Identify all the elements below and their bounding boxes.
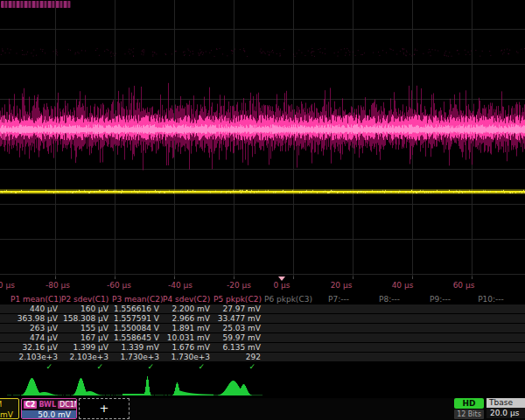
axis-tick bbox=[174, 276, 175, 279]
status-check-icon: ✓ bbox=[61, 362, 112, 371]
measure-value-cell: 33.477 mV bbox=[214, 314, 264, 323]
axis-tick bbox=[234, 276, 234, 279]
measure-value-cell bbox=[467, 333, 518, 342]
channel-c1-descriptor[interactable]: C1 DC1M 10.0 mV bbox=[0, 398, 19, 419]
measure-value-cell bbox=[467, 343, 518, 352]
axis-tick bbox=[353, 276, 354, 279]
measure-value-cell: 2.200 mV bbox=[163, 304, 214, 313]
status-check-icon: ✓ bbox=[214, 362, 264, 371]
measure-stats-row: 363.98 µV158.308 µV1.557591 V2.966 mV33.… bbox=[0, 314, 525, 323]
measure-param-header[interactable]: P6 pkpk(C3) bbox=[264, 295, 315, 304]
time-axis-label: 40 µs bbox=[392, 281, 414, 290]
measure-value-cell: 160 µV bbox=[61, 304, 112, 313]
time-axis-label: -40 µs bbox=[168, 281, 192, 290]
measure-value-cell bbox=[467, 324, 518, 332]
measure-value-cell: 1.891 mV bbox=[163, 324, 214, 332]
measure-param-header[interactable]: P3 mean(C2) bbox=[112, 295, 163, 304]
axis-tick bbox=[412, 276, 413, 279]
measure-value-cell: 6.135 mV bbox=[214, 343, 264, 352]
measure-param-header[interactable]: P5 pkpk(C2) bbox=[214, 295, 264, 304]
axis-tick bbox=[472, 276, 472, 279]
measure-value-cell: 59.97 mV bbox=[214, 333, 264, 342]
measure-value-cell bbox=[366, 343, 416, 352]
measure-value-cell bbox=[264, 343, 315, 352]
axis-tick bbox=[55, 276, 56, 279]
measure-value-cell bbox=[366, 324, 416, 332]
c2-channel-badge: C2 bbox=[24, 401, 37, 409]
measure-value-cell bbox=[416, 324, 467, 332]
measure-value-cell: 1.730e+3 bbox=[163, 353, 214, 361]
channel-c2-descriptor[interactable]: C2 BWL DC1M 50.0 mV bbox=[21, 398, 77, 419]
measurement-histicons[interactable] bbox=[5, 373, 268, 397]
measure-param-header[interactable]: P7:--- bbox=[315, 295, 366, 304]
measure-value-cell: 2.103e+3 bbox=[10, 353, 61, 361]
measure-value-cell: 363.98 µV bbox=[10, 314, 61, 323]
measure-value-cell: 440 µV bbox=[10, 304, 61, 313]
illegible-label-fragment bbox=[1, 1, 71, 8]
measure-value-cell bbox=[315, 304, 366, 313]
measure-value-cell bbox=[264, 314, 315, 323]
measure-value-cell bbox=[315, 353, 366, 361]
measure-value-cell: 27.97 mV bbox=[214, 304, 264, 313]
time-axis-label: 0 µs bbox=[273, 281, 290, 290]
timebase-title: Tbase bbox=[486, 398, 525, 408]
measure-value-cell: 1.730e+3 bbox=[112, 353, 163, 361]
measure-value-cell bbox=[315, 333, 366, 342]
measure-value-cell: 25.03 mV bbox=[214, 324, 264, 332]
waveform-canvas bbox=[0, 0, 525, 276]
waveform-display[interactable] bbox=[0, 0, 525, 276]
measure-value-cell bbox=[416, 304, 467, 313]
measure-param-header[interactable]: P9:--- bbox=[416, 295, 467, 304]
measure-param-header[interactable]: P10:--- bbox=[467, 295, 518, 304]
measure-status-row: ✓✓✓✓✓ bbox=[0, 362, 525, 371]
measure-value-cell bbox=[366, 353, 416, 361]
measure-value-cell bbox=[467, 353, 518, 361]
measurement-table[interactable]: P1 mean(C1)P2 sdev(C1)P3 mean(C2)P4 sdev… bbox=[0, 295, 525, 372]
plus-icon: + bbox=[100, 402, 109, 415]
measure-stats-row: 440 µV160 µV1.556616 V2.200 mV27.97 mV bbox=[0, 304, 525, 313]
hd-bits-label: 12 Bits bbox=[454, 410, 484, 419]
measure-value-cell bbox=[315, 343, 366, 352]
bottom-toolbar: C1 DC1M 10.0 mV C2 BWL DC1M 50.0 mV + HD… bbox=[0, 398, 525, 420]
c2-scale-value: 50.0 mV bbox=[22, 410, 76, 419]
measure-value-cell bbox=[264, 304, 315, 313]
status-check-icon: ✓ bbox=[10, 362, 61, 371]
c2-coupling-label: DC1M bbox=[58, 401, 77, 409]
time-axis-label: 60 µs bbox=[453, 281, 475, 290]
add-trace-button[interactable]: + bbox=[79, 398, 130, 419]
measure-value-cell bbox=[416, 333, 467, 342]
time-axis-label: -100 µs bbox=[0, 281, 15, 290]
measure-param-header[interactable]: P8:--- bbox=[366, 295, 416, 304]
time-axis-label: -60 µs bbox=[107, 281, 131, 290]
measure-value-cell bbox=[366, 304, 416, 313]
measure-value-cell bbox=[366, 314, 416, 323]
measure-value-cell: 1.556616 V bbox=[112, 304, 163, 313]
measure-value-cell: 1.558645 V bbox=[112, 333, 163, 342]
measure-param-header[interactable]: P4 sdev(C2) bbox=[163, 295, 214, 304]
status-check-icon: ✓ bbox=[112, 362, 163, 371]
measure-param-header[interactable]: P1 mean(C1) bbox=[10, 295, 61, 304]
measure-value-cell: 1.550084 V bbox=[112, 324, 163, 332]
time-axis-label: 20 µs bbox=[331, 281, 353, 290]
measure-value-cell bbox=[467, 314, 518, 323]
measure-value-cell bbox=[264, 324, 315, 332]
status-check-icon: ✓ bbox=[163, 362, 214, 371]
measure-value-cell: 167 µV bbox=[61, 333, 112, 342]
measure-value-cell bbox=[416, 314, 467, 323]
measure-value-cell: 155 µV bbox=[61, 324, 112, 332]
measure-stats-row: 474 µV167 µV1.558645 V10.031 mV59.97 mV bbox=[0, 333, 525, 342]
measure-value-cell bbox=[416, 353, 467, 361]
measure-value-cell bbox=[315, 324, 366, 332]
measure-param-header[interactable]: P2 sdev(C1) bbox=[61, 295, 112, 304]
axis-tick bbox=[115, 276, 116, 279]
measure-value-cell: 2.103e+3 bbox=[61, 353, 112, 361]
c1-coupling-label: DC1M bbox=[0, 401, 2, 409]
hd-mode-badge[interactable]: HD bbox=[454, 398, 484, 409]
measure-value-cell bbox=[366, 333, 416, 342]
c1-scale-value: 10.0 mV bbox=[0, 410, 18, 419]
measure-value-cell: 292 bbox=[214, 353, 264, 361]
measure-value-cell: 1.399 µV bbox=[61, 343, 112, 352]
timebase-descriptor[interactable]: Tbase 20.0 µs bbox=[486, 398, 525, 419]
time-axis-label: -20 µs bbox=[227, 281, 251, 290]
measure-stats-row: 32.16 µV1.399 µV1.339 mV1.676 mV6.135 mV bbox=[0, 343, 525, 352]
